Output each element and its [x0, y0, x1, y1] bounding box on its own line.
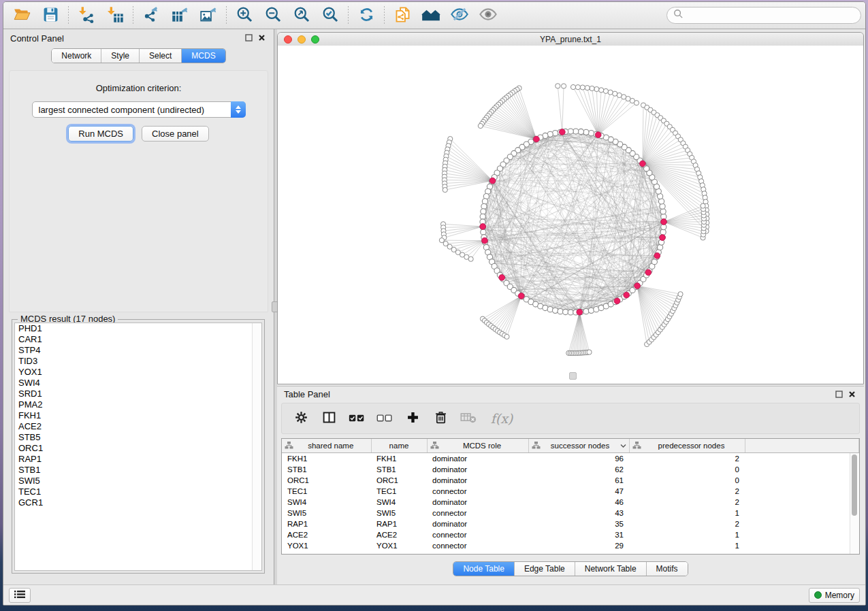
mcds-result-item[interactable]: PMA2	[15, 399, 261, 410]
result-list-scrollbar[interactable]	[252, 323, 261, 570]
close-panel-icon[interactable]	[258, 32, 266, 44]
copy-network-button[interactable]	[388, 4, 417, 27]
import-network-icon	[78, 5, 96, 26]
mcds-result-item[interactable]: CAR1	[15, 334, 261, 345]
table-row[interactable]: SWI5 SWI5 connector 43 1	[282, 508, 859, 518]
table-row[interactable]: TEC1 TEC1 connector 47 2	[282, 486, 859, 497]
mcds-result-item[interactable]: STB1	[15, 465, 261, 476]
select-all-button[interactable]	[346, 406, 368, 431]
toolbar-separator	[133, 6, 133, 25]
open-file-button[interactable]	[7, 4, 36, 27]
tab-edge-table[interactable]: Edge Table	[515, 562, 575, 576]
mcds-result-item[interactable]: GCR1	[15, 497, 261, 508]
tab-network[interactable]: Network	[52, 49, 101, 63]
mcds-result-item[interactable]: SWI5	[15, 476, 261, 486]
tab-style[interactable]: Style	[101, 49, 140, 63]
control-panel-title: Control Panel	[10, 33, 64, 44]
table-panel-titlebar: Table Panel	[277, 386, 864, 402]
first-neighbors-button[interactable]	[417, 4, 445, 27]
column-header-predecessor-nodes[interactable]: predecessor nodes	[629, 439, 745, 453]
table-row[interactable]: YOX1 YOX1 connector 29 1	[282, 540, 859, 551]
zoom-out-button[interactable]	[259, 4, 287, 27]
mcds-result-item[interactable]: FKH1	[15, 410, 261, 421]
column-header-mcds-role[interactable]: MCDS role	[427, 439, 528, 453]
export-network-icon	[142, 5, 161, 26]
table-row[interactable]: RAP1 RAP1 dominator 35 2	[282, 518, 859, 529]
table-settings-button[interactable]	[290, 406, 312, 431]
export-table-button[interactable]	[165, 4, 194, 27]
network-view-window: YPA_prune.txt_1	[277, 32, 864, 384]
mcds-result-item[interactable]: PHD1	[15, 323, 261, 334]
table-row[interactable]: FKH1 FKH1 dominator 96 2	[282, 453, 859, 465]
table-scrollbar[interactable]	[850, 453, 859, 554]
import-network-button[interactable]	[72, 4, 101, 27]
mcds-result-item[interactable]: YOX1	[15, 367, 261, 378]
network-canvas[interactable]	[278, 46, 863, 384]
mcds-result-item[interactable]: STB5	[15, 432, 261, 443]
show-columns-button[interactable]	[318, 406, 340, 431]
mcds-result-item[interactable]: ACE2	[15, 421, 261, 432]
delete-row-button[interactable]	[430, 406, 451, 431]
delete-table-button[interactable]	[457, 406, 479, 431]
export-image-icon	[199, 5, 218, 26]
table-tabs: Node Table Edge Table Network Table Moti…	[277, 561, 864, 576]
canvas-splitter-handle[interactable]	[569, 372, 577, 380]
table-scrollbar-thumb[interactable]	[852, 455, 857, 516]
optimization-dropdown[interactable]: largest connected component (undirected)	[32, 101, 246, 118]
run-mcds-button[interactable]: Run MCDS	[68, 126, 133, 142]
tab-node-table[interactable]: Node Table	[453, 562, 515, 576]
table-row[interactable]: ACE2 ACE2 connector 31 1	[282, 529, 859, 540]
mcds-result-item[interactable]: SRD1	[15, 389, 261, 399]
mcds-pane: Optimization criterion: largest connecte…	[9, 70, 268, 312]
column-header-shared-name[interactable]: shared name	[282, 439, 371, 453]
memory-button[interactable]: Memory	[809, 588, 860, 603]
search-input[interactable]	[688, 10, 854, 21]
refresh-view-button[interactable]	[352, 4, 381, 27]
refresh-icon	[357, 5, 376, 26]
column-header-successor-nodes[interactable]: successor nodes	[528, 439, 629, 453]
shared-column-icon	[430, 441, 439, 451]
toolbar-separator	[226, 6, 227, 25]
tab-mcds[interactable]: MCDS	[182, 49, 225, 63]
column-header-name[interactable]: name	[371, 439, 427, 453]
tab-motifs[interactable]: Motifs	[647, 562, 688, 576]
zoom-fit-button[interactable]	[287, 4, 316, 27]
search-box	[666, 7, 861, 24]
memory-label: Memory	[825, 591, 854, 600]
function-builder-button[interactable]: f(x)	[485, 406, 518, 431]
table-row[interactable]: PHD1 PHD1 dominator 18 0	[282, 551, 859, 555]
zoom-selected-button[interactable]	[316, 4, 344, 27]
export-network-button[interactable]	[137, 4, 165, 27]
mcds-result-item[interactable]: TID3	[15, 356, 261, 367]
close-panel-icon[interactable]	[848, 389, 856, 401]
hide-selected-button[interactable]	[445, 4, 474, 27]
float-panel-button[interactable]	[835, 389, 843, 401]
tab-select[interactable]: Select	[140, 49, 182, 63]
export-image-button[interactable]	[194, 4, 223, 27]
mcds-result-group: MCDS result (17 nodes) PHD1CAR1STP4TID3Y…	[12, 319, 265, 574]
first-neighbors-icon	[421, 5, 440, 26]
network-graph	[278, 46, 864, 384]
mcds-result-item[interactable]: SWI4	[15, 378, 261, 389]
tab-network-table[interactable]: Network Table	[575, 562, 647, 576]
table-row[interactable]: SWI4 SWI4 dominator 46 2	[282, 497, 859, 508]
import-table-button[interactable]	[101, 4, 129, 27]
mcds-result-item[interactable]: STP4	[15, 345, 261, 356]
task-history-button[interactable]	[9, 588, 31, 603]
zoom-in-icon	[236, 5, 254, 26]
mcds-result-item[interactable]: TEC1	[15, 486, 261, 497]
table-row[interactable]: STB1 STB1 dominator 62 0	[282, 464, 859, 475]
mcds-result-item[interactable]: RAP1	[15, 454, 261, 465]
mcds-result-item[interactable]: ORC1	[15, 443, 261, 454]
deselect-all-button[interactable]	[374, 406, 396, 431]
control-panel-titlebar: Control Panel	[3, 29, 274, 47]
add-row-button[interactable]	[402, 406, 423, 431]
zoom-in-button[interactable]	[230, 4, 259, 27]
sort-descending-icon	[620, 442, 626, 450]
table-row[interactable]: ORC1 ORC1 dominator 61 0	[282, 475, 859, 486]
save-session-button[interactable]	[36, 4, 65, 27]
float-panel-button[interactable]	[245, 32, 253, 44]
status-bar: Memory	[3, 584, 865, 605]
close-panel-button[interactable]: Close panel	[142, 126, 209, 142]
show-all-button[interactable]	[474, 4, 502, 27]
